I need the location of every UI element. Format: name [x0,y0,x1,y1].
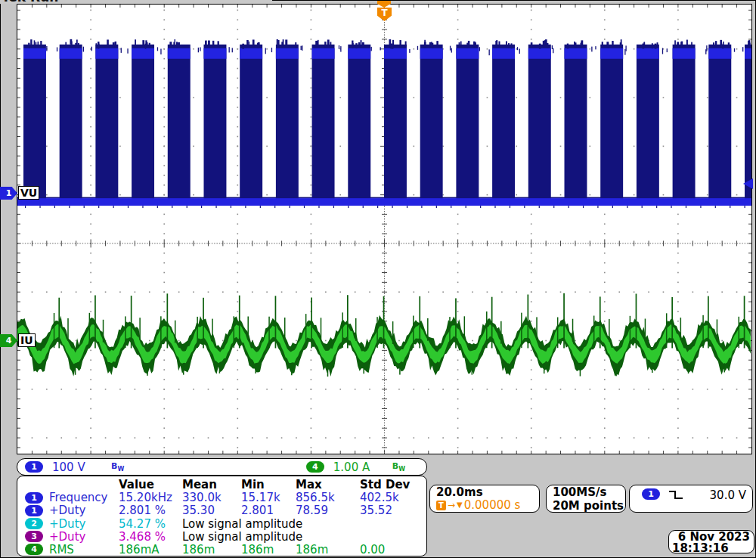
graticule-svg [17,5,751,454]
ch1-badge: 1 [25,461,43,473]
col-max: Max [296,478,360,491]
arrow-right-icon: → [448,499,455,511]
measurement-channel-badge: 3 [25,531,43,542]
timebase-value: 20.0ms [436,485,539,499]
col-value: Value [119,478,182,491]
measurement-message: Low signal amplitude [182,517,426,531]
trigger-source-badge: 1 [642,488,660,500]
measurement-row: 2+Duty54.27 %Low signal amplitude [17,517,426,530]
measurement-name: +Duty [49,530,119,544]
measurement-header-row: Value Mean Min Max Std Dev [17,478,426,491]
trigger-level-marker-icon [743,178,753,189]
channel-readout-bar: 1 100 V BW 4 1.00 A BW [17,458,427,476]
measurement-max: 856.5k [296,491,360,504]
measurement-message: Low signal amplitude [182,530,426,544]
triangle-down-icon: ▼ [457,499,463,511]
measurement-value: 3.468 % [119,530,182,544]
trigger-position-value: 0.00000 s [464,499,521,511]
measurement-name: +Duty [49,517,119,531]
measurement-channel-badge: 4 [25,544,43,555]
falling-edge-icon [668,489,684,501]
ch1-scale: 100 V [52,460,111,474]
record-length: 20M points [553,499,625,513]
measurement-min: 15.17k [241,491,296,504]
ch4-marker-icon: 4 [0,334,17,347]
measurement-min: 2.801 [241,504,296,517]
measurement-max: 186m [296,543,360,556]
trigger-level-value: 30.0 V [710,488,746,502]
measurement-name: RMS [49,543,119,556]
measurement-mean: 330.0k [182,491,241,504]
trigger-readout-box: 1 30.0 V [629,485,753,513]
ch4-readout: 4 1.00 A BW [306,460,426,474]
measurement-channel-badge: 2 [25,518,43,529]
ch4-scale: 1.00 A [333,460,392,474]
measurement-stddev: 35.52 [360,504,426,517]
sample-rate: 100MS/s [553,485,625,499]
ch1-marker-icon: 1 [0,187,17,200]
measurement-row: 4RMS186mA186m186m186m0.00 [17,543,426,556]
measurement-stddev: 402.5k [360,491,426,504]
measurement-value: 2.801 % [119,504,182,517]
ch1-readout: 1 100 V BW [17,460,124,474]
ch4-bandwidth-icon: BW [392,461,405,473]
datetime-box: 6 Nov 2023 18:13:16 [668,530,754,553]
col-mean: Mean [182,478,241,491]
trigger-t-icon: T [436,501,446,510]
measurement-value: 15.20kHz [119,491,182,504]
measurement-mean: 186m [182,543,241,556]
measurement-min: 186m [241,543,296,556]
measurement-channel-badge: 1 [25,505,43,516]
ch4-badge: 4 [306,461,324,473]
trigger-position-readout: T→▼0.00000 s [436,499,539,511]
col-min: Min [241,478,296,491]
graticule-area [17,4,752,454]
measurement-channel-badge: 1 [25,492,43,504]
ch1-waveform [17,39,751,208]
measurement-name: +Duty [49,504,119,517]
measurement-max: 78.59 [296,504,360,517]
measurement-value: 186mA [119,543,182,556]
measurement-value: 54.27 % [119,517,182,531]
status-text: Tek Run [2,0,58,4]
time-value: 18:13:16 [672,543,750,554]
measurement-row: 1Frequency15.20kHz330.0k15.17k856.5k402.… [17,491,426,504]
measurement-panel: Value Mean Min Max Std Dev 1Frequency15.… [17,476,427,556]
measurement-row: 1+Duty2.801 %35.302.80178.5935.52 [17,504,426,516]
col-stddev: Std Dev [360,478,426,491]
ch4-wave-label: IU [18,333,36,347]
measurement-row: 3+Duty3.468 %Low signal amplitude [17,530,426,543]
measurement-stddev: 0.00 [360,543,426,556]
measurement-rows: 1Frequency15.20kHz330.0k15.17k856.5k402.… [17,491,426,556]
horizontal-scale-box: 20.0ms T→▼0.00000 s [429,485,540,513]
ch1-wave-label: VU [18,186,39,200]
acquisition-box: 100MS/s 20M points [546,485,626,513]
measurement-mean: 35.30 [182,504,241,517]
ch1-bandwidth-icon: BW [111,461,124,473]
oscilloscope-screen: Tek Run T 1 VU 4 IU 1 100 V BW 4 1.00 A … [0,0,756,558]
status-bar-clipped: Tek Run [0,0,272,4]
measurement-name: Frequency [49,491,119,504]
